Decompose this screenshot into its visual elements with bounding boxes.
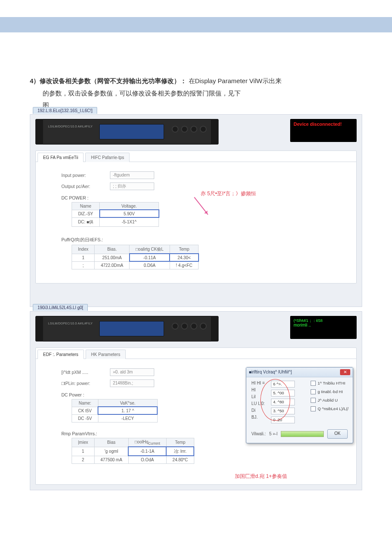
device-label-1: LSILM/DOPEC/10.0 A#IL#FILY <box>48 125 93 128</box>
pump-col-temp: Temp <box>170 245 199 254</box>
tab-edfa-params[interactable]: EG FA Pa vmEeTii <box>37 153 84 162</box>
pump2-r1-temp[interactable]: 冶: lrrr. <box>166 447 194 456</box>
knob-icon <box>173 127 178 132</box>
dc-row1-voltage[interactable]: 5.90V <box>100 210 159 217</box>
knob-icon <box>182 127 187 132</box>
heading-prefix: 4）修改设备相关参数（网管不支持输出光功率修改）： <box>30 77 187 84</box>
window-tab-2[interactable]: 190i3.LiMiL52L4S.Ll g0[ <box>33 304 88 311</box>
pump2-col-cooling: □oolHqCurrent <box>128 438 166 447</box>
dc-power-table-2: Name:VaK^se. CK t5V1. 17 ^ DC -5V-LECY <box>72 399 158 422</box>
pump-r1-temp[interactable]: 24.30< <box>170 254 199 261</box>
pump-r1-index: 1 <box>72 254 95 261</box>
device-image-2: LSILM/DOPEC/10.0 A#IL#FILY <box>35 316 219 341</box>
close-icon[interactable]: ✕ <box>340 369 350 375</box>
pump2-r1-index: 1 <box>72 447 95 456</box>
screenshot-1: 192.L:8.ELo[132.16S_I.L6C!] LSILM/DOPEC/… <box>30 114 362 307</box>
pump-table-1: Index Bias. □oalirtg CK偷L Temp 1 251.00m… <box>72 245 199 269</box>
dc-col-voltage-2: VaK^se. <box>98 399 157 407</box>
pump2-r1-cooling[interactable]: -0.1-1A <box>128 447 166 456</box>
input-power-label-2: [i^ldt pXM ..... <box>61 370 104 375</box>
pump-col-cooling: □oalirtg CK偷L <box>130 245 170 254</box>
window-tab-1[interactable]: 192.L:8.ELo[132.16S_I.L6C!] <box>33 107 97 114</box>
pump-r1-cooling[interactable]: -0.11A <box>130 254 170 261</box>
pump2-r2-cooling[interactable]: O.OdA <box>128 456 166 463</box>
pump-params-heading: PuffrQ/向的日itEFS.: <box>61 237 335 243</box>
instruction-text: 4）修改设备相关参数（网管不支持输出光功率修改）： 在Display Param… <box>0 32 392 112</box>
input-power-field-2[interactable]: »0. ald 3m <box>110 368 154 376</box>
vilwali-label: Vilwali.: <box>251 431 266 436</box>
vilwali-value: 5 »-l <box>269 431 277 436</box>
dc-row2-name-2: DC -5V <box>72 414 98 422</box>
dc-row1-name: DlZ.-SY <box>72 210 100 217</box>
pump2-col-temp: Temp <box>166 438 194 447</box>
annotation-oval <box>260 379 290 421</box>
pump-table-2: |miex Bias □oolHqCurrent Temp 1 'g ogml … <box>72 438 194 464</box>
ok-button[interactable]: OK <box>327 429 348 439</box>
enable-lulo-check[interactable]: Q ^nsibLe4 L)/L(/ <box>311 406 349 411</box>
device-lcd-2 <box>99 321 164 336</box>
tab-hfc-params[interactable]: HIFC Pafarrie-tps <box>85 153 130 162</box>
knob-icon <box>173 324 178 329</box>
input-power-label: Input power: <box>61 173 104 178</box>
annotation-2: 加国匚滑d.宛 1+参奏值 <box>235 473 287 480</box>
top-blue-bar <box>0 17 392 32</box>
pump2-r1-bias[interactable]: 'g ogml <box>94 447 128 456</box>
tab-hfc-params-2[interactable]: HK Parameters <box>86 350 126 359</box>
tab-edfa-params-2[interactable]: EDF :. Parameters <box>37 350 84 359</box>
dialog-title: ■irlftirq Vclraq^ lUhfiil^] <box>249 370 292 374</box>
knob-icon <box>191 324 196 329</box>
dc-row2-name: DC: ■供 <box>72 217 100 226</box>
dc-row2-voltage[interactable]: -5-1X1^ <box>100 217 159 226</box>
knob-icon <box>191 127 196 132</box>
dc-col-name: Name <box>72 202 100 210</box>
pump-col-bias: Bias. <box>95 245 130 254</box>
pump2-r2-bias[interactable]: 477500 mA <box>94 456 128 463</box>
knob-icon <box>201 127 206 132</box>
pump2-col-bias: Bias <box>94 438 128 447</box>
pump2-r2-index: 2 <box>72 456 95 463</box>
params-panel-1: EG FA Pa vmEeTii HIFC Pafarrie-tps Input… <box>35 150 357 284</box>
enable-u-check[interactable]: J^ Aublid U <box>311 398 349 403</box>
pump2-col-index: |miex <box>72 438 95 447</box>
output-power-field-2[interactable]: 214fi8Bin.; <box>110 379 154 387</box>
heading-rest1: 在Display Parameter VilW示出来 <box>189 77 282 84</box>
knob-icon <box>201 324 206 329</box>
pump-r2-cooling[interactable]: 0.D6A <box>130 261 170 269</box>
status-connected: (*SlhM/1；：itS8 morimli .. <box>290 316 357 339</box>
output-power-label: Output pc/Aer: <box>61 184 104 189</box>
device-image-1: LSILM/DOPEC/10.0 A#IL#FILY <box>35 119 219 145</box>
knob-icon <box>182 324 187 329</box>
pump-col-index: Index <box>72 245 95 254</box>
bj-label: BJ. <box>251 415 267 420</box>
dc-col-name-2: Name: <box>72 399 98 407</box>
dc-power-table-1: NameVoltage. DlZ.-SY5.90V DC: ■供-5-1X1^ <box>72 202 159 227</box>
enable-hihi-check[interactable]: 1^ Tnibliu HTHI <box>311 381 349 386</box>
annotation-1: 亦 5尺•至I*言；》掺频恒 <box>201 190 256 197</box>
status-line1: (*SlhM/1；：itS8 <box>294 318 353 323</box>
pump2-r2-temp[interactable]: 24.80*C <box>166 456 194 463</box>
heading-line2: 的参数，双击设备参数值，可以修改设备相关参数的报警门限值，见下 <box>30 87 362 100</box>
dc-row2-voltage-2[interactable]: -LECY <box>98 414 157 422</box>
hihi-label: HI HI = <box>251 381 267 385</box>
status-disconnected: Device disconnected! <box>290 119 357 142</box>
pump-r2-temp[interactable]: ! 4.g<FC <box>170 261 199 269</box>
status-line2: morimli .. <box>294 323 353 328</box>
pump-r2-index: ; <box>72 261 95 269</box>
device-lcd-1 <box>99 124 164 139</box>
pump-r2-bias[interactable]: 4722.0DmA <box>95 261 130 269</box>
enable-hi-check[interactable]: g Iinabl.-bd HI <box>311 389 349 394</box>
dc-power-heading: DC POWER : <box>61 195 335 200</box>
value-bar <box>281 431 324 437</box>
output-power-field[interactable]: ; ; 归亦 <box>110 182 154 190</box>
output-power-label-2: □tPLin: power: <box>61 381 104 386</box>
pump-r1-bias[interactable]: 251.00mA <box>95 254 130 261</box>
input-power-field[interactable]: -ftgudem <box>110 171 154 179</box>
device-label-2: LSILM/DOPEC/10.0 A#IL#FILY <box>48 322 93 325</box>
dc-row1-voltage-2[interactable]: 1. 17 ^ <box>98 407 157 414</box>
dc-row1-name-2: CK t5V <box>72 407 98 414</box>
dc-col-voltage: Voltage. <box>100 202 159 210</box>
screenshot-2: 190i3.LiMiL52L4S.Ll g0[ LSILM/DOPEC/10.0… <box>30 311 362 490</box>
